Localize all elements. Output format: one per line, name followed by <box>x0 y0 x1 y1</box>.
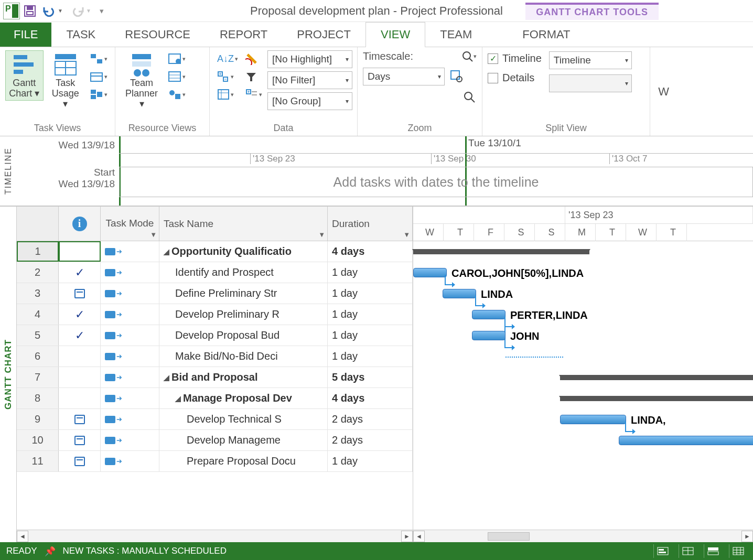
other-views-button[interactable]: ▾ <box>88 86 110 103</box>
summary-bar[interactable] <box>560 375 753 380</box>
tab-format[interactable]: FORMAT <box>508 23 585 47</box>
col-task-name[interactable]: Task Name▼ <box>159 207 328 241</box>
status-newtasks[interactable]: NEW TASKS : MANUALLY SCHEDULED <box>63 546 227 556</box>
row-mode[interactable]: ➔ <box>101 325 159 346</box>
other-resource-views-button[interactable]: ▾ <box>166 86 188 103</box>
task-bar[interactable]: LINDA, <box>560 415 626 424</box>
save-button[interactable] <box>23 4 37 18</box>
task-bar[interactable]: LINDA <box>443 289 476 298</box>
row-number[interactable]: 3 <box>17 283 59 304</box>
qat-customize-button[interactable]: ▾ <box>96 6 107 16</box>
row-number[interactable]: 2 <box>17 262 59 283</box>
timeline-checkbox[interactable]: ✓Timeline <box>488 52 542 64</box>
row-mode[interactable]: ➔ <box>101 241 159 262</box>
row-duration[interactable]: 1 day <box>328 304 413 325</box>
row-mode[interactable]: ➔ <box>101 262 159 283</box>
row-name[interactable]: Identify and Prospect <box>159 262 328 283</box>
table-row[interactable]: 4✓➔Develop Preliminary R1 day <box>17 304 413 325</box>
table-row[interactable]: 11➔Prepare Proposal Docu1 day <box>17 451 413 472</box>
task-bar[interactable]: PERTER,LINDA <box>472 310 505 319</box>
row-info[interactable] <box>59 388 101 408</box>
row-info[interactable] <box>59 409 101 429</box>
row-number[interactable]: 6 <box>17 346 59 367</box>
details-checkbox[interactable]: Details <box>488 72 542 84</box>
row-duration[interactable]: 5 days <box>328 367 413 387</box>
row-info[interactable] <box>59 430 101 450</box>
row-duration[interactable]: 1 day <box>328 262 413 283</box>
table-row[interactable]: 2✓➔Identify and Prospect1 day <box>17 262 413 283</box>
row-info[interactable] <box>59 451 101 471</box>
outline-button[interactable]: ▾ <box>215 68 240 85</box>
table-row[interactable]: 3➔Define Preliminary Str1 day <box>17 283 413 304</box>
timeline-view-combo[interactable]: Timeline▾ <box>549 51 632 69</box>
tables-button[interactable]: ▾ <box>215 86 240 103</box>
tab-team[interactable]: TEAM <box>425 23 487 47</box>
task-bar[interactable]: CAROL,JOHN[50%],LINDA <box>413 268 447 277</box>
timescale-combo[interactable]: Days▾ <box>363 68 445 85</box>
row-info[interactable] <box>59 367 101 387</box>
row-info[interactable] <box>59 241 101 262</box>
gantt-chart-button[interactable]: Gantt Chart ▾ <box>5 50 44 101</box>
zoom-selected-button[interactable] <box>463 91 477 105</box>
table-row[interactable]: 1➔◢Opportunity Qualificatio4 days <box>17 241 413 262</box>
row-info[interactable]: ✓ <box>59 325 101 346</box>
tab-project[interactable]: PROJECT <box>282 23 365 47</box>
scroll-right-button[interactable]: ► <box>741 531 753 542</box>
row-number[interactable]: 1 <box>17 241 59 262</box>
row-mode[interactable]: ➔ <box>101 409 159 429</box>
row-name[interactable]: Develop Technical S <box>159 409 328 429</box>
row-duration[interactable]: 1 day <box>328 325 413 346</box>
row-info[interactable] <box>59 283 101 304</box>
group-icon[interactable]: ▾ <box>243 86 264 103</box>
row-mode[interactable]: ➔ <box>101 367 159 387</box>
row-info[interactable]: ✓ <box>59 304 101 325</box>
highlight-icon[interactable] <box>243 50 264 67</box>
filter-icon[interactable] <box>243 68 264 85</box>
gantt-body[interactable]: CAROL,JOHN[50%],LINDALINDAPERTER,LINDAJO… <box>413 241 753 530</box>
tab-report[interactable]: REPORT <box>205 23 282 47</box>
row-number[interactable]: 9 <box>17 409 59 429</box>
calendar-view-button[interactable]: ▾ <box>88 68 110 85</box>
tab-task[interactable]: TASK <box>51 23 110 47</box>
details-view-combo[interactable]: ▾ <box>549 74 632 92</box>
network-diagram-button[interactable]: ▾ <box>88 50 110 67</box>
row-name[interactable]: ◢Bid and Proposal <box>159 367 328 387</box>
redo-button[interactable]: ▼ <box>68 4 93 18</box>
row-name[interactable]: Prepare Proposal Docu <box>159 451 328 471</box>
col-info[interactable]: i <box>59 207 101 241</box>
row-number[interactable]: 5 <box>17 325 59 346</box>
row-name[interactable]: ◢Manage Proposal Dev <box>159 388 328 408</box>
row-name[interactable]: Develop Proposal Bud <box>159 325 328 346</box>
tab-resource[interactable]: RESOURCE <box>110 23 205 47</box>
table-row[interactable]: 6➔Make Bid/No-Bid Deci1 day <box>17 346 413 367</box>
view-team-planner-button[interactable] <box>704 544 722 558</box>
view-task-usage-button[interactable] <box>679 544 696 558</box>
row-duration[interactable]: 2 days <box>328 430 413 450</box>
row-number[interactable]: 11 <box>17 451 59 471</box>
row-duration[interactable]: 1 day <box>328 283 413 304</box>
resource-sheet-button[interactable]: ▾ <box>166 68 188 85</box>
contextual-tab-label[interactable]: GANTT CHART TOOLS <box>525 3 659 20</box>
col-row-number[interactable] <box>17 207 59 241</box>
scroll-right-button[interactable]: ► <box>401 531 413 542</box>
timeline-placeholder[interactable]: Add tasks with dates to the timeline <box>119 167 753 197</box>
sort-button[interactable]: A↓Z▾ <box>215 50 240 67</box>
col-task-mode[interactable]: Task Mode▼ <box>101 207 159 241</box>
row-name[interactable]: Define Preliminary Str <box>159 283 328 304</box>
row-mode[interactable]: ➔ <box>101 304 159 325</box>
scroll-left-button[interactable]: ◄ <box>17 531 28 542</box>
team-planner-button[interactable]: Team Planner ▾ <box>121 50 163 111</box>
table-row[interactable]: 5✓➔Develop Proposal Bud1 day <box>17 325 413 346</box>
row-duration[interactable]: 4 days <box>328 241 413 262</box>
row-duration[interactable]: 1 day <box>328 346 413 367</box>
group-combo[interactable]: [No Group]▾ <box>267 92 352 110</box>
row-duration[interactable]: 4 days <box>328 388 413 408</box>
row-info[interactable]: ✓ <box>59 262 101 283</box>
task-grid[interactable]: i Task Mode▼ Task Name▼ Duration▼ 1➔◢Opp… <box>17 207 413 542</box>
highlight-combo[interactable]: [No Highlight]▾ <box>267 50 352 68</box>
row-mode[interactable]: ➔ <box>101 388 159 408</box>
col-duration[interactable]: Duration▼ <box>328 207 413 241</box>
summary-bar[interactable] <box>413 249 589 254</box>
row-duration[interactable]: 1 day <box>328 451 413 471</box>
resource-usage-button[interactable]: ▾ <box>166 50 188 67</box>
